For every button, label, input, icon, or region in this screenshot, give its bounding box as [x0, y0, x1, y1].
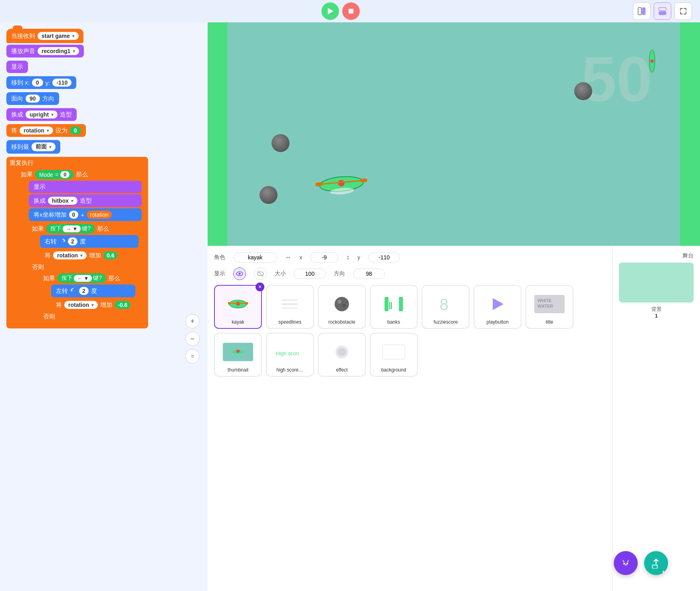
recording-dropdown[interactable]: recording1 ▼ [38, 47, 79, 55]
stage-score: 50 [581, 42, 652, 116]
rock-2 [272, 134, 290, 152]
mode-condition: Mode = 0 [35, 170, 73, 179]
start-game-dropdown[interactable]: start game ▼ [38, 32, 79, 40]
sprite-item-effect[interactable]: effect [318, 333, 366, 377]
svg-text:High scon: High scon [276, 350, 299, 356]
svg-rect-2 [638, 8, 641, 15]
main-kayak-sprite [314, 166, 369, 202]
upright-dropdown[interactable]: upright ▼ [26, 111, 58, 119]
size-label: 大小 [275, 270, 286, 277]
x-input[interactable] [310, 252, 338, 263]
size-input[interactable] [294, 269, 326, 279]
char-name-input[interactable] [233, 252, 277, 263]
svg-rect-46 [383, 345, 405, 359]
front-dropdown[interactable]: 前面 ▼ [32, 142, 56, 151]
cat-fab-button[interactable]: ✦ [614, 551, 638, 575]
svg-point-49 [627, 563, 628, 564]
zoom-out-button[interactable]: − [185, 332, 200, 346]
sprite-item-title[interactable]: WHITE WATER title [525, 285, 573, 329]
hide-button[interactable] [254, 267, 267, 280]
svg-point-45 [338, 348, 346, 356]
svg-text:WHITE: WHITE [537, 298, 551, 303]
sprite-item-banks[interactable]: banks [370, 285, 418, 329]
sprite-thumb-banks [374, 289, 414, 319]
y-input[interactable] [368, 252, 400, 263]
direction-value[interactable]: 90 [26, 95, 40, 103]
sprite-item-highscore[interactable]: High scon high score… [266, 333, 314, 377]
x-label: x [299, 254, 302, 261]
stage-title: 舞台 [619, 252, 694, 259]
code-panel: 当接收到 start game ▼ 播放声音 recording1 ▼ 显示 [0, 22, 208, 591]
layout-button-1[interactable] [633, 2, 650, 20]
svg-point-17 [239, 273, 241, 275]
layout-button-2[interactable] [654, 2, 671, 20]
sprite-item-speedlines[interactable]: speedlines [266, 285, 314, 329]
turn-left-block[interactable]: 左转 2 度 [51, 285, 135, 297]
if-mode-block[interactable]: 如果 Mode = 0 那么 显示 [18, 168, 145, 326]
x-value[interactable]: 0 [32, 79, 43, 87]
backdrop-count: 1 [619, 313, 694, 319]
move-front-block[interactable]: 移到最 前面 ▼ [6, 140, 60, 154]
svg-point-29 [337, 300, 341, 304]
svg-rect-31 [385, 297, 389, 311]
svg-rect-5 [659, 12, 666, 15]
increase-rotation-neg-block[interactable]: 将 rotation ▼ 增加 -0.6 [51, 298, 135, 311]
increase-rotation-block[interactable]: 将 rotation ▼ 增加 0.6 [40, 249, 139, 262]
sprite-name-thumbnail: thumbnail [228, 367, 248, 373]
show-button[interactable] [233, 267, 246, 280]
sprite-item-fuzziescore[interactable]: 8 fuzziescore [422, 285, 470, 329]
fab-area: ✦ [614, 551, 668, 575]
if-left-key-block[interactable]: 如果 按下 ← ▼ 键? 那么 [40, 272, 139, 323]
sprite-thumb-fuzziescore: 8 [426, 289, 466, 319]
stage-thumbnail [619, 263, 694, 302]
svg-rect-34 [391, 302, 392, 309]
face-direction-block[interactable]: 面向 90 方向 [6, 92, 59, 105]
rot-dropdown-1[interactable]: rotation ▼ [53, 251, 87, 259]
play-sound-block[interactable]: 播放声音 recording1 ▼ [6, 45, 84, 57]
x-arrow-icon: ↔ [285, 254, 292, 261]
hitbox-dropdown[interactable]: hitbox ▼ [48, 197, 77, 205]
rock-1 [574, 82, 592, 100]
sprite-thumb-playbutton [478, 289, 518, 319]
switch-costume-block[interactable]: 换成 upright ▼ 造型 [6, 108, 77, 121]
zoom-reset-button[interactable]: = [185, 349, 200, 364]
sprite-thumb-effect [322, 337, 362, 367]
sprite-item-thumbnail[interactable]: thumbnail [214, 333, 262, 377]
delete-badge-kayak[interactable]: ✕ [256, 283, 264, 291]
when-receive-block[interactable]: 当接收到 start game ▼ [6, 29, 83, 43]
sprite-item-kayak[interactable]: ✕ kayak [214, 285, 262, 329]
inner-show-block[interactable]: 显示 [29, 181, 142, 193]
rotation-dropdown[interactable]: rotation ▼ [20, 127, 53, 134]
zoom-in-button[interactable]: + [185, 314, 200, 328]
stop-button[interactable] [342, 2, 360, 20]
sprite-item-rock[interactable]: rockobstacle [318, 285, 366, 329]
block-stack: 当接收到 start game ▼ 播放声音 recording1 ▼ 显示 [6, 29, 201, 330]
turn-right-block[interactable]: 右转 2 度 [40, 235, 139, 248]
green-flag-button[interactable] [321, 2, 339, 20]
show-block[interactable]: 显示 [6, 61, 28, 73]
center-panel: 50 [208, 22, 700, 591]
sprite-name-playbutton: playbutton [486, 319, 508, 325]
switch-hitbox-block[interactable]: 换成 hitbox ▼ 造型 [29, 194, 142, 207]
rotation-set-val[interactable]: 0 [70, 127, 81, 134]
sprite-thumb-rock [322, 289, 362, 319]
sprite-item-background[interactable]: background [370, 333, 418, 377]
svg-rect-32 [399, 297, 403, 311]
dir-input[interactable] [353, 269, 385, 279]
repeat-forever-block[interactable]: 重复执行 如果 Mode = 0 那么 [6, 157, 148, 328]
y-value[interactable]: -110 [52, 79, 71, 87]
set-rotation-block[interactable]: 将 rotation ▼ 设为 0 [6, 124, 86, 137]
move-xy-block[interactable]: 移到 x: 0 y: -110 [6, 76, 76, 89]
svg-point-30 [343, 304, 346, 307]
sprite-item-playbutton[interactable]: playbutton [474, 285, 522, 329]
svg-marker-0 [328, 8, 333, 14]
sprite-name-title: title [546, 319, 553, 325]
increase-x-block[interactable]: 将x坐标增加 0 + rotation [29, 208, 142, 221]
kayak-top-sprite [648, 48, 656, 74]
svg-rect-33 [389, 302, 390, 309]
dir-label: 方向 [334, 270, 345, 277]
sprite-thumb-speedlines [270, 289, 310, 319]
fullscreen-button[interactable] [674, 2, 692, 20]
if-right-key-block[interactable]: 如果 按下 → ▼ 键? 那么 [29, 222, 142, 324]
rot-dropdown-2[interactable]: rotation ▼ [64, 301, 98, 309]
